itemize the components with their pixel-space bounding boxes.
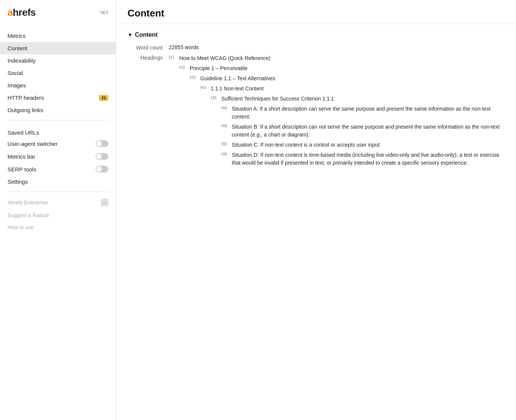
heading-item: H2Principle 1 – Perceivable <box>179 64 505 72</box>
footer-item-label: Suggest a feature <box>8 212 49 218</box>
logo-text: hrefs <box>13 7 36 18</box>
sidebar-item-suggest-feature[interactable]: Suggest a feature <box>0 209 116 221</box>
main-panel: Content ▼ Content Word count 22855 words… <box>116 0 516 420</box>
heading-tag: H6 <box>221 151 230 157</box>
heading-item: H5Sufficient Techniques for Success Crit… <box>211 95 505 103</box>
headings-row: Headings H1How to Meet WCAG (Quick Refer… <box>128 54 505 167</box>
section-title: Content <box>135 32 158 38</box>
sidebar-item-label: SERP tools <box>8 166 96 172</box>
heading-tag: H6 <box>221 105 230 111</box>
sidebar-item-label: Indexability <box>8 57 108 64</box>
sidebar-item-settings[interactable]: Settings <box>0 176 116 188</box>
heading-text: Sufficient Techniques for Success Criter… <box>221 95 334 103</box>
heading-text: Situation D: If non-text content is time… <box>232 151 505 167</box>
sidebar-item-ahrefs-enterprise[interactable]: Ahrefs Enterprise → <box>0 196 116 209</box>
user-agent-toggle[interactable] <box>96 140 108 147</box>
sidebar-item-content[interactable]: Content <box>0 42 116 54</box>
sidebar-item-serp-tools[interactable]: SERP tools <box>0 163 116 176</box>
heading-tag: H4 <box>200 85 208 90</box>
heading-tag: H1 <box>169 54 177 60</box>
sidebar-item-label: User-agent switcher <box>8 141 96 147</box>
sidebar-item-outgoing-links[interactable]: Outgoing links <box>0 104 116 116</box>
sidebar-item-label: Settings <box>8 178 108 185</box>
nav-divider-1 <box>8 120 108 120</box>
page-title: Content <box>128 8 505 19</box>
logo: ahrefs <box>8 7 36 18</box>
sidebar-item-social[interactable]: Social <box>0 67 116 79</box>
sidebar-navigation: Metrics Content Indexability Social Imag… <box>0 25 116 233</box>
content-section-header: ▼ Content <box>128 32 505 38</box>
heading-text: Situation B: If a short description can … <box>232 123 505 139</box>
sidebar-item-label: Social <box>8 70 108 76</box>
sidebar-item-indexability[interactable]: Indexability <box>0 54 116 67</box>
word-count-label: Word count <box>128 44 169 51</box>
sidebar-item-how-to-use[interactable]: How to use <box>0 221 116 233</box>
footer-item-label: How to use <box>8 224 34 230</box>
heading-item: H6Situation C: If non-text content is a … <box>221 141 505 149</box>
heading-text: How to Meet WCAG (Quick Reference) <box>179 54 271 62</box>
headings-tree: H1How to Meet WCAG (Quick Reference)H2Pr… <box>169 54 505 167</box>
js-badge: JS <box>99 95 108 101</box>
heading-tag: H6 <box>221 123 230 129</box>
saved-urls-label: Saved URLs <box>0 124 116 137</box>
logo-a-letter: a <box>8 7 13 18</box>
heading-tag: H2 <box>179 64 188 70</box>
heading-item: H6Situation D: If non-text content is ti… <box>221 151 505 167</box>
heading-item: H1How to Meet WCAG (Quick Reference) <box>169 54 505 62</box>
keyboard-shortcut: ^⌘S <box>99 10 108 15</box>
heading-tag: H5 <box>211 95 219 100</box>
headings-label: Headings <box>128 54 169 61</box>
nav-divider-2 <box>8 192 108 192</box>
heading-item: H41.1.1 Non-text Content <box>200 85 505 93</box>
heading-text: Situation C: If non-text content is a co… <box>232 141 381 149</box>
sidebar-item-user-agent-switcher[interactable]: User-agent switcher <box>0 137 116 150</box>
sidebar-item-metrics[interactable]: Metrics <box>0 30 116 42</box>
heading-tag: H3 <box>190 75 198 80</box>
sidebar-item-label: Images <box>8 82 108 88</box>
word-count-row: Word count 22855 words <box>128 44 505 51</box>
sidebar-item-label: Metrics <box>8 33 108 39</box>
heading-text: Situation A: If a short description can … <box>232 105 505 121</box>
heading-text: 1.1.1 Non-text Content <box>211 85 264 93</box>
heading-text: Principle 1 – Perceivable <box>190 64 248 72</box>
footer-item-label: Ahrefs Enterprise <box>8 200 48 206</box>
arrow-right-icon: → <box>101 199 108 206</box>
heading-tag: H6 <box>221 141 230 147</box>
sidebar: ahrefs ^⌘S Metrics Content Indexability … <box>0 0 116 420</box>
sidebar-item-label: Outgoing links <box>8 107 108 113</box>
sidebar-item-http-headers[interactable]: HTTP headers JS <box>0 92 116 104</box>
sidebar-item-label: HTTP headers <box>8 94 96 101</box>
main-header: Content <box>116 0 516 24</box>
heading-item: H6Situation B: If a short description ca… <box>221 123 505 139</box>
sidebar-item-label: Content <box>8 45 108 51</box>
serp-tools-toggle[interactable] <box>96 166 108 172</box>
section-toggle-icon[interactable]: ▼ <box>128 32 133 38</box>
metrics-bar-toggle[interactable] <box>96 153 108 160</box>
sidebar-item-images[interactable]: Images <box>0 79 116 92</box>
sidebar-item-label: Metrics bar <box>8 153 96 160</box>
heading-item: H6Situation A: If a short description ca… <box>221 105 505 121</box>
main-body: ▼ Content Word count 22855 words Heading… <box>116 24 516 420</box>
heading-text: Guideline 1.1 – Text Alternatives <box>200 75 275 82</box>
word-count-value: 22855 words <box>169 44 505 50</box>
heading-item: H3Guideline 1.1 – Text Alternatives <box>190 75 505 82</box>
sidebar-item-metrics-bar[interactable]: Metrics bar <box>0 150 116 163</box>
sidebar-header: ahrefs ^⌘S <box>0 0 116 25</box>
